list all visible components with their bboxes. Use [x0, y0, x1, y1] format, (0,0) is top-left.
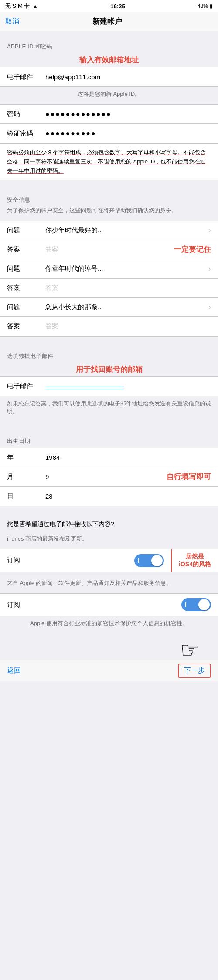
battery-pct: 48% [198, 3, 208, 9]
answer1-label: 答案 [7, 245, 42, 254]
email-group: 电子邮件 help@app111.com [0, 67, 218, 87]
month-value[interactable]: 9 [42, 473, 161, 480]
answer1-annotation: 一定要记住 [174, 245, 211, 255]
section-apple-id-header: Apple ID 和密码 [0, 35, 218, 53]
page-title: 新建帐户 [92, 17, 122, 27]
section-security-header: 安全信息 [0, 188, 218, 207]
status-bar: 无 SIM 卡 ▲ 16:25 48% ▮ [0, 0, 218, 12]
question1-row[interactable]: 问题 你少年时代最好的... › [0, 221, 218, 240]
next-button[interactable]: 下一步 [178, 664, 211, 678]
answer3-label: 答案 [7, 322, 42, 330]
answer2-placeholder[interactable]: 答案 [42, 284, 211, 292]
subscribe2-label: 订阅 [7, 601, 20, 609]
toggle2-text: I [185, 601, 187, 608]
answer3-placeholder[interactable]: 答案 [42, 322, 211, 330]
wifi-icon: ▲ [32, 3, 38, 10]
subscribe2-row: 订阅 I [0, 594, 218, 616]
question3-row[interactable]: 问题 您从小长大的那条... › [0, 298, 218, 317]
battery-icon: ▮ [210, 3, 213, 9]
back-button[interactable]: 返回 [7, 666, 21, 675]
security-note: 为了保护您的帐户安全，这些问题可在将来帮助我们确认您的身份。 [0, 207, 218, 221]
email-label: 电子邮件 [7, 73, 42, 81]
day-row[interactable]: 日 28 [0, 487, 218, 506]
status-time: 16:25 [110, 3, 125, 10]
subscribe1-label: 订阅 [7, 556, 20, 565]
status-right: 48% ▮ [198, 3, 213, 9]
apple-news-note: 来自 Apple 的新闻、软件更新、产品通知及相关产品和服务信息。 [0, 576, 218, 593]
toggle2-switch[interactable]: I [181, 598, 211, 611]
toggle2-knob [198, 599, 210, 610]
password-group: 密码 ●●●●●●●●●●●●● 验证密码 ●●●●●●●●●● [0, 104, 218, 143]
apple-id-note: 这将是您的新 Apple ID。 [0, 87, 218, 104]
question3-value[interactable]: 您从小长大的那条... [42, 303, 208, 311]
status-left: 无 SIM 卡 ▲ [5, 2, 38, 10]
rescue-annotation: 用于找回账号的邮箱 [0, 363, 218, 376]
question1-value[interactable]: 你少年时代最好的... [42, 226, 208, 235]
rescue-note: 如果您忘记答案，我们可以使用此选填的电子邮件地址给您发送有关重设信息的说明。 [0, 396, 218, 422]
birthday-group: 年 1984 月 9 自行填写即可 日 28 [0, 448, 218, 506]
toggle1-text: I [138, 557, 140, 564]
hand-area: ☞ [0, 637, 218, 663]
year-label: 年 [7, 453, 42, 462]
birthday-header: 出生日期 [0, 429, 218, 448]
answer3-row[interactable]: 答案 答案 [0, 317, 218, 336]
itunes-note: iTunes 商店的最新发布及更新。 [0, 535, 218, 549]
verify-password-label: 验证密码 [7, 129, 42, 138]
toggle1-switch[interactable]: I [134, 554, 164, 567]
answer2-label: 答案 [7, 284, 42, 292]
rescue-email-group: 电子邮件 ———————————— [0, 376, 218, 396]
toggle-annotation: 居然是iOS4的风格 [171, 549, 218, 572]
email-value[interactable]: help@app111.com [42, 73, 211, 81]
hand-icon: ☞ [180, 637, 201, 663]
rescue-email-header: 选填救援电子邮件 [0, 344, 218, 363]
question2-value[interactable]: 你童年时代的绰号... [42, 265, 208, 273]
email-row[interactable]: 电子邮件 help@app111.com [0, 67, 218, 86]
month-row[interactable]: 月 9 自行填写即可 [0, 467, 218, 487]
toggle1-knob [151, 555, 163, 566]
nav-bar: 取消 新建帐户 [0, 12, 218, 31]
rescue-email-label: 电子邮件 [7, 382, 42, 390]
verify-password-value[interactable]: ●●●●●●●●●● [42, 129, 211, 137]
password-row[interactable]: 密码 ●●●●●●●●●●●●● [0, 105, 218, 124]
year-value[interactable]: 1984 [42, 454, 211, 461]
chevron1-icon: › [208, 226, 211, 235]
subscribe1-row: 订阅 I [0, 550, 171, 572]
day-value[interactable]: 28 [42, 493, 211, 500]
email-prefs-header: 您是否希望通过电子邮件接收以下内容? [0, 514, 218, 535]
answer2-row[interactable]: 答案 答案 [0, 279, 218, 298]
day-label: 日 [7, 492, 42, 500]
rescue-email-value[interactable]: ———————————— [42, 382, 211, 390]
question2-row[interactable]: 问题 你童年时代的绰号... › [0, 259, 218, 279]
subscribe1-section: 订阅 I 居然是iOS4的风格 [0, 549, 218, 572]
question1-label: 问题 [7, 226, 42, 235]
birthday-annotation: 自行填写即可 [167, 472, 211, 482]
password-value[interactable]: ●●●●●●●●●●●●● [42, 110, 211, 118]
apple-legal-note: Apple 使用符合行业标准的加密技术保护您个人信息的机密性。 [0, 616, 218, 633]
verify-password-row[interactable]: 验证密码 ●●●●●●●●●● [0, 124, 218, 143]
cancel-button[interactable]: 取消 [5, 17, 19, 26]
carrier-label: 无 SIM 卡 [5, 2, 30, 10]
chevron3-icon: › [208, 303, 211, 312]
month-label: 月 [7, 473, 42, 481]
chevron2-icon: › [208, 264, 211, 273]
year-row[interactable]: 年 1984 [0, 448, 218, 467]
subscribe2-group: 订阅 I [0, 593, 218, 616]
password-warning: 密码必须由至少 8 个字符组成，必须包含数字、大写字母和小写字母。不能包含空格，… [0, 143, 218, 180]
password-warning-text: 密码必须由至少 8 个字符组成，必须包含数字、大写字母和小写字母。不能包含空格，… [7, 149, 206, 174]
email-annotation: 输入有效邮箱地址 [0, 53, 218, 67]
rescue-email-row[interactable]: 电子邮件 ———————————— [0, 377, 218, 396]
answer1-placeholder[interactable]: 答案 [42, 245, 169, 254]
question2-label: 问题 [7, 265, 42, 273]
password-label: 密码 [7, 110, 42, 118]
answer1-row[interactable]: 答案 答案 一定要记住 [0, 240, 218, 259]
security-group: 问题 你少年时代最好的... › 答案 答案 一定要记住 问题 你童年时代的绰号… [0, 221, 218, 337]
question3-label: 问题 [7, 303, 42, 311]
